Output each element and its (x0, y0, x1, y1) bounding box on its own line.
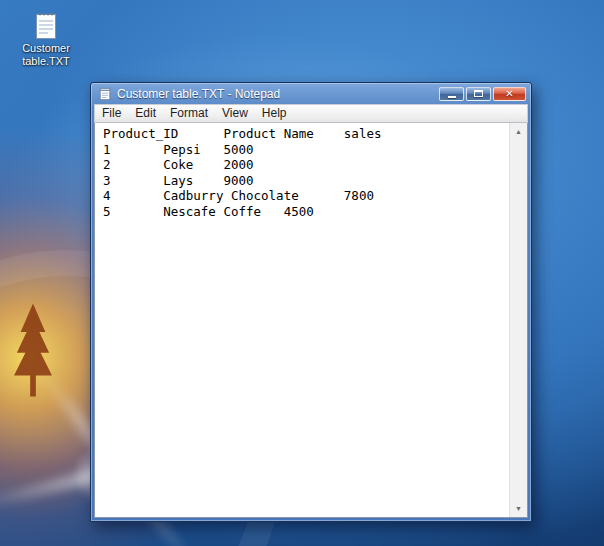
minimize-button[interactable] (439, 87, 464, 101)
close-button[interactable]: ✕ (493, 87, 526, 101)
menu-help[interactable]: Help (255, 105, 294, 122)
notepad-client-area: Product_ID Product Name sales 1 Pepsi 50… (94, 123, 528, 518)
notepad-window: Customer table.TXT - Notepad ✕ File Edit… (90, 82, 532, 522)
document-text[interactable]: Product_ID Product Name sales 1 Pepsi 50… (95, 123, 509, 517)
maximize-button[interactable] (466, 87, 491, 101)
scroll-up-button[interactable]: ▲ (510, 123, 527, 140)
menu-file[interactable]: File (95, 105, 128, 122)
vertical-scrollbar[interactable]: ▲ ▼ (509, 123, 527, 517)
desktop-icon-label: Customer table.TXT (15, 42, 77, 68)
menubar: File Edit Format View Help (94, 104, 528, 123)
minimize-icon (448, 96, 456, 98)
desktop-icon-customer-table[interactable]: Customer table.TXT (12, 10, 80, 68)
maximize-icon (474, 90, 483, 97)
window-title: Customer table.TXT - Notepad (117, 87, 280, 101)
tree-silhouette (14, 300, 52, 398)
menu-view[interactable]: View (215, 105, 255, 122)
menu-edit[interactable]: Edit (128, 105, 163, 122)
notepad-icon (98, 87, 112, 101)
menu-format[interactable]: Format (163, 105, 215, 122)
titlebar[interactable]: Customer table.TXT - Notepad ✕ (94, 83, 528, 104)
close-icon: ✕ (505, 89, 513, 99)
caption-buttons: ✕ (439, 87, 526, 101)
text-file-icon (34, 10, 58, 40)
desktop-background[interactable]: Customer table.TXT Customer table.TXT - … (0, 0, 604, 546)
scroll-down-button[interactable]: ▼ (510, 500, 527, 517)
